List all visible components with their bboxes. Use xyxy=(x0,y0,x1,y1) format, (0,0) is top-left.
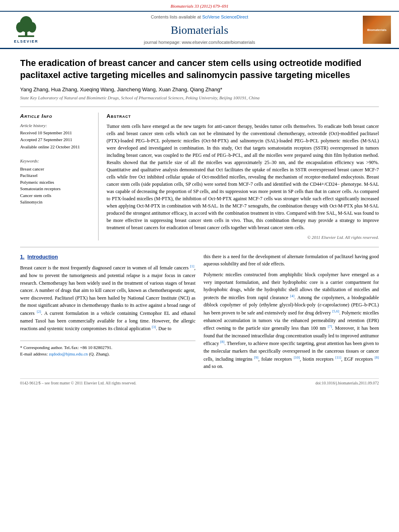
doi-line: doi:10.1016/j.biomaterials.2011.09.072 xyxy=(315,380,379,386)
homepage-text: journal homepage: www.elsevier.com/locat… xyxy=(144,40,255,45)
page-footer: 0142-9612/$ – see front matter © 2011 El… xyxy=(20,378,379,386)
article-info-column: Article Info Article history: Received 1… xyxy=(20,113,99,240)
citation-text: Biomaterials 33 (2012) 679–691 xyxy=(171,4,228,8)
sciverse-line: Contents lists available at SciVerse Sci… xyxy=(44,14,355,20)
email-note: E-mail address: zqdodo@bjmu.edu.cn (Q. Z… xyxy=(20,351,195,357)
svg-point-3 xyxy=(28,22,36,33)
intro-col2-para2: Polymeric micelles constructed from amph… xyxy=(204,271,379,370)
footnote-area: * Corresponding author. Tel./fax: +86 10… xyxy=(20,341,195,357)
sciverse-link[interactable]: SciVerse ScienceDirect xyxy=(202,14,248,19)
section-num: 1. xyxy=(20,254,25,260)
body-left-col: 1. Introduction Breast cancer is the mos… xyxy=(20,253,195,374)
corresponding-note: * Corresponding author. Tel./fax: +86 10… xyxy=(20,344,195,351)
journal-title: Biomaterials xyxy=(44,22,355,38)
biomaterials-badge-area: Biomaterials xyxy=(355,16,391,44)
badge-text: Biomaterials xyxy=(367,28,387,32)
keywords-list: Breast cancer Paclitaxel Polymeric micel… xyxy=(20,166,93,205)
available-date: Available online 22 October 2011 xyxy=(20,144,93,150)
journal-header-bar: ELSEVIER Contents lists available at Sci… xyxy=(0,11,399,48)
article-title: The eradication of breast cancer and can… xyxy=(20,57,379,81)
intro-col1-para1: Breast cancer is the most frequently dia… xyxy=(20,264,195,332)
keyword-4: Somatostatin receptors xyxy=(20,185,93,192)
keyword-3: Polymeric micelles xyxy=(20,179,93,186)
intro-col2-para1: this there is a need for the development… xyxy=(204,253,379,268)
journal-citation: Biomaterials 33 (2012) 679–691 xyxy=(0,0,399,11)
abstract-text: Tumor stem cells have emerged as the new… xyxy=(107,123,379,231)
article-body-row: Article Info Article history: Received 1… xyxy=(20,113,379,240)
divider-1 xyxy=(20,107,379,107)
history-label: Article history: xyxy=(20,123,93,129)
elsevier-logo-area: ELSEVIER xyxy=(8,16,44,44)
article-content: The eradication of breast cancer and can… xyxy=(0,49,399,394)
body-right-col: this there is a need for the development… xyxy=(204,253,379,374)
section-title-text: Introduction xyxy=(27,254,58,260)
keyword-6: Salinomycin xyxy=(20,199,93,205)
received-date: Received 10 September 2011 xyxy=(20,130,93,136)
abstract-head: Abstract xyxy=(107,113,379,120)
biomaterials-badge: Biomaterials xyxy=(363,16,391,44)
page-wrapper: Biomaterials 33 (2012) 679–691 ELSEVIER … xyxy=(0,0,399,532)
accepted-date: Accepted 27 September 2011 xyxy=(20,137,93,143)
article-info-head: Article Info xyxy=(20,113,93,120)
email-link[interactable]: zqdodo@bjmu.edu.cn xyxy=(49,351,88,356)
keyword-1: Breast cancer xyxy=(20,166,93,173)
divider-2 xyxy=(20,247,379,247)
elsevier-tree-icon xyxy=(14,16,38,38)
keyword-2: Paclitaxel xyxy=(20,172,93,179)
elsevier-text: ELSEVIER xyxy=(14,39,39,44)
elsevier-logo-box: ELSEVIER xyxy=(8,16,44,44)
issn-line: 0142-9612/$ – see front matter © 2011 El… xyxy=(20,380,136,386)
header-center: Contents lists available at SciVerse Sci… xyxy=(44,14,355,45)
two-col-body: 1. Introduction Breast cancer is the mos… xyxy=(20,253,379,374)
copyright-line: © 2011 Elsevier Ltd. All rights reserved… xyxy=(107,234,379,240)
homepage-line: journal homepage: www.elsevier.com/locat… xyxy=(44,39,355,45)
keywords-label: Keywords: xyxy=(20,158,93,164)
svg-point-2 xyxy=(16,22,24,33)
keyword-5: Cancer stem cells xyxy=(20,192,93,199)
svg-rect-4 xyxy=(18,35,34,37)
abstract-column: Abstract Tumor stem cells have emerged a… xyxy=(107,113,379,240)
article-affiliation: State Key Laboratory of Natural and Biom… xyxy=(20,95,379,101)
intro-section-title: 1. Introduction xyxy=(20,253,195,261)
article-authors: Yang Zhang, Hua Zhang, Xueqing Wang, Jia… xyxy=(20,86,379,93)
